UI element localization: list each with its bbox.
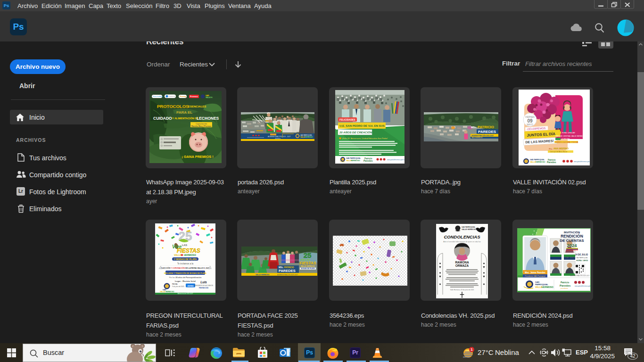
svg-text:ADMINISTRACIÓN 2023-2027: ADMINISTRACIÓN 2023-2027 [277,273,298,276]
svg-text:Luis: Luis [200,280,207,284]
svg-text:Concejal del Área Social: Concejal del Área Social [550,151,567,153]
svg-text:Paredes: Paredes [547,161,556,164]
svg-text:HERMOSO: HERMOSO [536,161,545,163]
svg-text:FIESTAS 2025: FIESTAS 2025 [199,287,208,289]
svg-text:09: 09 [527,118,533,123]
svg-text:25: 25 [304,251,312,259]
svg-text:VALLE: VALLE [160,291,165,293]
svg-text:VALLE HERMOSO: VALLE HERMOSO [471,137,483,139]
svg-text:VALLE: VALLE [174,254,182,256]
svg-text:ESENCIALES: ESENCIALES [188,105,206,108]
svg-text:Te invitamos a la: Te invitamos a la [177,263,194,265]
svg-text:VALLE H.: VALLE H. [206,97,213,99]
svg-text:HERMOSO: HERMOSO [184,254,196,256]
svg-text:GAD: GAD [206,95,209,97]
svg-text:PARQUE CENTRAL VALLE HERMOSO: PARQUE CENTRAL VALLE HERMOSO [555,135,586,137]
svg-text:VALLE HERMOSO: VALLE HERMOSO [300,265,315,267]
svg-text:VALLE: VALLE [300,136,305,138]
svg-text:HORA: 10H00 AM: HORA: 10H00 AM [562,132,575,134]
svg-text:www.gadvallehermoso.gob.ec: www.gadvallehermoso.gob.ec [575,285,591,287]
svg-text:HERMOSO: HERMOSO [305,136,313,138]
svg-text:FIESTAS: FIESTAS [177,247,200,254]
svg-text:Por los 25 años de Parroquiali: Por los 25 años de Parroquialización [169,276,202,279]
svg-text:GAD PARROQUIAL: GAD PARROQUIAL [346,157,361,159]
svg-text:ADMINISTRACIÓN 2023-2027: ADMINISTRACIÓN 2023-2027 [570,274,590,277]
svg-text:INVITACIÓN: INVITACIÓN [564,230,580,234]
svg-text:MSc.: MSc. [471,126,477,129]
svg-text:LAS: LAS [182,244,187,247]
svg-text:PAREDES: PAREDES [279,269,296,273]
svg-text:Patricio: Patricio [561,281,569,284]
svg-text:U.E. SAN PEDRO DE V.H. EN SUS: U.E. SAN PEDRO DE V.H. EN SUS [339,124,385,127]
svg-text:HORA: 14H30: HORA: 14H30 [576,260,588,262]
svg-text:PAREDES: PAREDES [478,130,496,134]
svg-text:Presidente GAD Parroquial: Presidente GAD Parroquial [525,275,545,277]
svg-text:www.gadvallehermoso.gob.ec: www.gadvallehermoso.gob.ec [387,159,405,161]
svg-text:Lugar : Recinto ferial: Lugar : Recinto ferial [175,280,196,282]
svg-text:FELICIDADES: FELICIDADES [339,118,355,121]
svg-text:LECHONES: LECHONES [197,116,219,121]
svg-text:CONDOLENCIAS: CONDOLENCIAS [444,234,480,239]
svg-text:PROTOCOLOS: PROTOCOLOS [157,104,189,109]
svg-text:www.gadvallehermoso.gob.ec: www.gadvallehermoso.gob.ec [574,161,590,163]
svg-text:RENDICIÓN: RENDICIÓN [561,233,583,239]
svg-text:FIESTAS: FIESTAS [299,261,316,265]
svg-text:14 DE JULIO: 14 DE JULIO [575,254,588,256]
svg-text:ADMINISTRACIÓN 2023-2027: ADMINISTRACIÓN 2023-2027 [471,134,494,137]
svg-text:Puntig: Puntig [180,95,186,98]
svg-text:10-H00 PM: 10-H00 PM [561,138,570,140]
svg-text:BODAS DE PLATA: BODAS DE PLATA [301,268,315,270]
svg-text:PARA EL: PARA EL [176,110,192,115]
svg-text:DE CUENTAS: DE CUENTAS [560,239,584,243]
svg-text:Y ALIMENTACIÓN DE: Y ALIMENTACIÓN DE [172,116,198,120]
svg-text:ORMAZA: ORMAZA [455,264,469,267]
svg-text:Juntos: Juntos [274,137,281,140]
svg-text:¡ GANA PREMIOS !: ¡ GANA PREMIOS ! [182,155,214,159]
svg-text:Pronaca: Pronaca [190,95,198,98]
svg-text:RAMONA: RAMONA [455,261,469,264]
svg-text:Ante el sensible fallecimiento: Ante el sensible fallecimiento de quien … [443,241,481,243]
svg-text:VALLE HERMOSO: VALLE HERMOSO [256,274,270,276]
svg-text:20 AÑOS DE CREACIÓN: 20 AÑOS DE CREACIÓN [339,131,372,134]
svg-text:20H00: 20H00 [188,285,194,287]
svg-text:EVENTO CULTURAL Y SOCIAL: EVENTO CULTURAL Y SOCIAL [555,141,578,143]
svg-text:2024: 2024 [567,243,577,248]
svg-text:GAD PARROQUIAL: GAD PARROQUIAL [300,134,312,136]
svg-text:1: 1 [471,347,473,352]
svg-text:VALLE HERMOSO: VALLE HERMOSO [462,229,476,230]
svg-text:Abg.: Abg. [549,148,553,150]
svg-text:ELECCIÓN Y CORONACIÓN DE LA RE: ELECCIÓN Y CORONACIÓN DE LA REINA VALLE … [161,267,209,269]
svg-text:Valle Hermoso, 03 de junio de: Valle Hermoso, 03 de junio de 2025 [450,289,474,291]
svg-text:Paredes: Paredes [560,284,571,287]
svg-text:BELLEZA Y TRADICIÓN DE BODAS D: BELLEZA Y TRADICIÓN DE BODAS DE PLATA [164,272,206,274]
svg-text:Rancho Mary | Pronaca: Rancho Mary | Pronaca [191,125,212,127]
svg-text:CUIDADO: CUIDADO [153,116,172,121]
svg-text:42: 42 [630,354,636,359]
svg-text:FECHA:: FECHA: [172,283,178,285]
svg-text:Capacitación: Capacitación [196,123,207,125]
svg-text:ANA MERINO: ANA MERINO [553,147,569,150]
svg-text:presidente: presidente [560,288,568,289]
svg-text:HERMOSO: HERMOSO [351,160,360,162]
svg-text:MAYO: MAYO [527,123,533,126]
svg-text:Y BODAS DE PLATA: Y BODAS DE PLATA [174,258,197,261]
svg-text:Paredes: Paredes [363,159,373,162]
svg-text:Administración 2025-2027: Administración 2025-2027 [178,293,193,295]
svg-text:GAD PARROQUIAL: GAD PARROQUIAL [462,226,475,228]
svg-text:PATRICIO: PATRICIO [478,125,494,129]
svg-text:Msc. Jaime Paredes: Msc. Jaime Paredes [525,272,545,274]
svg-text:HERMOSO: HERMOSO [165,291,174,293]
svg-text:RanchoMary: RanchoMary [153,95,164,98]
svg-text:LUGAR: CASA DEL GAD PARROQUIAL: LUGAR: CASA DEL GAD PARROQUIAL [564,257,588,259]
svg-text:9 de julio del 2025: 9 de julio del 2025 [172,286,184,288]
svg-text:HERMOSO: HERMOSO [542,286,553,288]
svg-text:conecta: conecta [169,96,175,98]
svg-text:PARROQUIAL: PARROQUIAL [535,283,548,286]
